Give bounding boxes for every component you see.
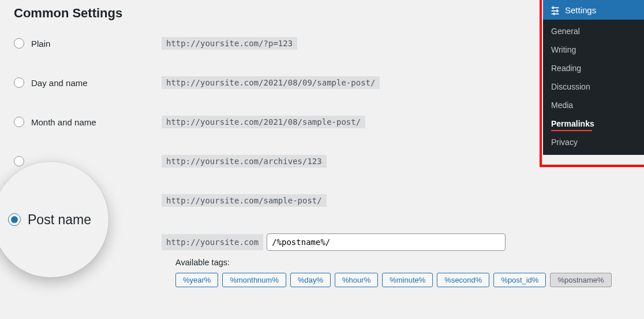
radio-day-and-name[interactable] — [14, 77, 24, 88]
radio-numeric[interactable] — [14, 156, 24, 166]
option-custom-structure[interactable]: ucture http://yoursite.com — [14, 233, 632, 251]
sidebar-item-permalinks[interactable]: Permalinks — [543, 114, 644, 133]
example-url: http://yoursite.com/2021/08/sample-post/ — [162, 116, 365, 128]
tag-monthnum[interactable]: %monthnum% — [222, 273, 286, 287]
sidebar-item-reading[interactable]: Reading — [543, 59, 644, 77]
sidebar-item-media[interactable]: Media — [543, 96, 644, 114]
tag-postname[interactable]: %postname% — [550, 273, 611, 287]
option-numeric[interactable]: http://yoursite.com/archives/123 — [14, 155, 632, 168]
tag-year[interactable]: %year% — [175, 273, 218, 287]
option-plain[interactable]: Plain http://yoursite.com/?p=123 — [14, 37, 632, 50]
tag-day[interactable]: %day% — [290, 273, 331, 287]
available-tags-section: Available tags: %year% %monthnum% %day% … — [175, 258, 632, 287]
custom-structure-input[interactable] — [267, 233, 506, 251]
magnified-label: Post name — [28, 212, 91, 228]
radio-post-name-magnified — [8, 213, 21, 226]
sliders-icon — [550, 5, 560, 15]
example-url: http://yoursite.com/archives/123 — [162, 155, 327, 168]
tag-second[interactable]: %second% — [437, 273, 489, 287]
sidebar-header-label: Settings — [565, 5, 596, 15]
tag-post-id[interactable]: %post_id% — [493, 273, 546, 287]
sidebar-item-writing[interactable]: Writing — [543, 40, 644, 59]
sidebar-item-general[interactable]: General — [543, 20, 644, 40]
tag-hour[interactable]: %hour% — [335, 273, 378, 287]
example-url: http://yoursite.com/sample-post/ — [162, 194, 327, 207]
option-month-and-name[interactable]: Month and name http://yoursite.com/2021/… — [14, 116, 632, 128]
option-label: Month and name — [31, 117, 96, 127]
radio-month-and-name[interactable] — [14, 117, 24, 127]
url-prefix: http://yoursite.com — [162, 234, 263, 250]
option-label: Day and name — [31, 78, 88, 88]
sidebar-item-privacy[interactable]: Privacy — [543, 133, 644, 151]
option-label: Plain — [31, 39, 50, 49]
radio-plain[interactable] — [14, 38, 24, 49]
tag-list: %year% %monthnum% %day% %hour% %minute% … — [175, 273, 632, 287]
settings-sidebar: Settings General Writing Reading Discuss… — [543, 0, 644, 155]
tags-label: Available tags: — [175, 258, 632, 267]
sidebar-header-settings[interactable]: Settings — [543, 0, 644, 20]
sidebar-item-discussion[interactable]: Discussion — [543, 77, 644, 96]
example-url: http://yoursite.com/2021/08/09/sample-po… — [162, 76, 380, 89]
option-day-and-name[interactable]: Day and name http://yoursite.com/2021/08… — [14, 76, 632, 89]
example-url: http://yoursite.com/?p=123 — [162, 37, 297, 50]
tag-minute[interactable]: %minute% — [382, 273, 433, 287]
section-title: Common Settings — [14, 6, 632, 21]
